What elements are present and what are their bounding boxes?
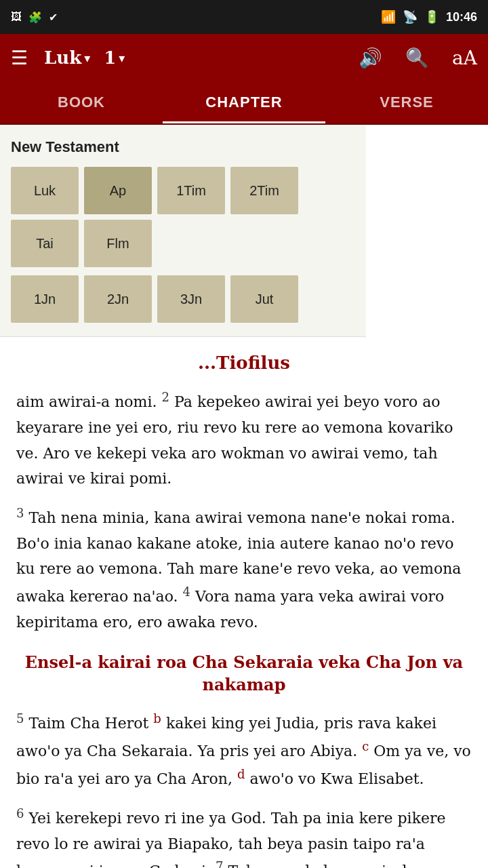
gallery-icon: 🖼 [11,11,22,23]
tab-verse[interactable]: VERSE [325,81,488,123]
status-bar: 🖼 🧩 ✔ 📶 📡 🔋 10:46 [0,0,488,34]
footnote-d[interactable]: d [237,767,245,781]
verse-num-7: 7 [216,859,223,868]
footnote-c[interactable]: c [362,739,369,753]
chapter-dropdown-arrow: ▾ [119,51,125,65]
verse-6-text: Yei kerekepi revo ri ine ya God. Tah pa … [16,810,446,868]
verse-5-text-a: Taim Cha Herot [28,715,148,732]
status-bar-left: 🖼 🧩 ✔ [11,11,58,24]
book-label: Luk [44,47,81,68]
verse-num-3: 3 [16,506,24,520]
book-btn-2jn[interactable]: 2Jn [84,275,152,323]
verse-num-6: 6 [16,806,24,821]
battery-icon: 🔋 [424,9,439,24]
verse-num-2: 2 [162,390,169,404]
section-heading-tiofilus: ...Tiofilus [16,351,472,375]
tab-chapter[interactable]: CHAPTER [163,81,325,123]
tab-book[interactable]: BOOK [0,81,163,123]
search-icon[interactable]: 🔍 [405,47,429,69]
time-display: 10:46 [446,10,477,24]
book-btn-1tim[interactable]: 1Tim [157,167,225,214]
verse-block-5: 5 Taim Cha Herot b kakei king yei Judia,… [16,709,472,791]
book-btn-tai[interactable]: Tai [11,220,79,267]
book-btn-3jn[interactable]: 3Jn [157,275,225,323]
verse-text-intro: aim awirai-a nomi. [16,394,162,411]
book-grid-row1: Luk Ap 1Tim 2Tim Tai Flm [11,167,355,267]
chapter-selector[interactable]: 1 ▾ [104,47,125,68]
subheading-ensel: Ensel-a kairai roa Cha Sekaraia veka Cha… [16,651,472,696]
font-size-icon[interactable]: aA [452,47,477,69]
book-btn-2tim[interactable]: 2Tim [230,167,298,214]
footnote-b[interactable]: b [153,711,161,726]
verse-5-text-d: awo'o vo Kwa Elisabet. [250,770,424,787]
volume-icon[interactable]: 🔊 [359,47,382,69]
verse-num-5: 5 [16,711,24,726]
book-dropdown-arrow: ▾ [84,51,90,65]
check-icon: ✔ [49,11,58,24]
verse-block-6-7: 6 Yei kerekepi revo ri ine ya God. Tah p… [16,804,472,868]
verse-block-3-4: 3 Tah nena minia, kana awirai vemona nan… [16,503,472,635]
book-btn-flm[interactable]: Flm [84,220,152,267]
book-btn-1jn[interactable]: 1Jn [11,275,79,323]
book-btn-luk[interactable]: Luk [11,167,79,214]
verse-num-4: 4 [183,585,190,599]
verse-block-2: aim awirai-a nomi. 2 Pa kepekeo awirai y… [16,387,472,491]
top-nav: ☰ Luk ▾ 1 ▾ 🔊 🔍 aA [0,34,488,81]
hamburger-button[interactable]: ☰ [11,47,28,69]
book-selector[interactable]: Luk ▾ [44,47,90,68]
main-content: ...Tiofilus aim awirai-a nomi. 2 Pa kepe… [0,337,488,868]
tab-bar: BOOK CHAPTER VERSE [0,81,488,125]
testament-label: New Testament [11,138,355,156]
book-btn-jut[interactable]: Jut [230,275,298,323]
book-grid-row2: 1Jn 2Jn 3Jn Jut [11,275,355,323]
wifi-icon: 📶 [381,9,396,24]
book-panel: New Testament Luk Ap 1Tim 2Tim Tai Flm 1… [0,125,366,337]
signal-icon: 📡 [403,9,418,24]
puzzle-icon: 🧩 [28,11,42,24]
book-btn-ap[interactable]: Ap [84,167,152,214]
chapter-label: 1 [104,47,116,68]
status-bar-right: 📶 📡 🔋 10:46 [381,9,477,24]
